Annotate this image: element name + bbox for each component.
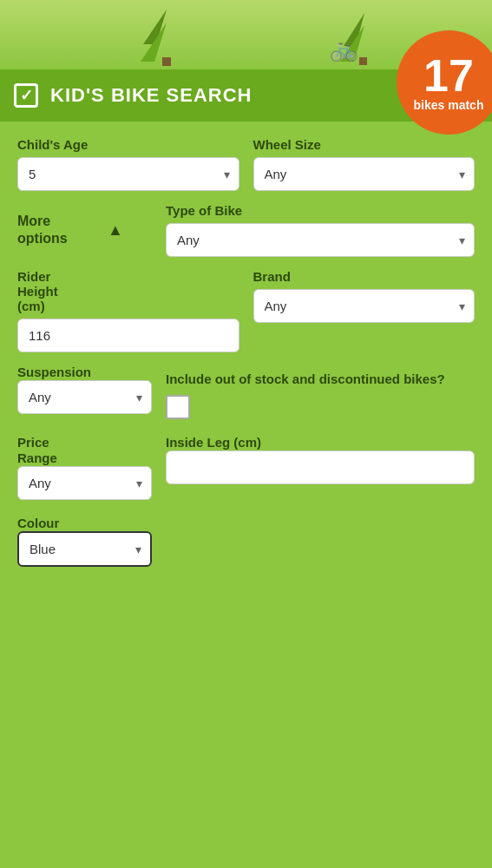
type-of-bike-field: Type of Bike Any Mountain BikeBMX ▾ bbox=[166, 203, 475, 257]
price-range-field: PriceRange Any Under £100£100-£200 ▾ bbox=[17, 435, 152, 500]
search-form: Child's Age 5 3467 ▾ Wheel Size Any 12"1… bbox=[0, 122, 492, 593]
colour-select-wrapper[interactable]: Blue AnyRedGreen PinkWhiteBlack ▾ bbox=[17, 531, 152, 567]
bike-icon: 🚲 bbox=[330, 36, 358, 62]
page-header: KID'S BIKE SEARCH 17 bikes match bbox=[0, 69, 492, 122]
page-title: KID'S BIKE SEARCH bbox=[50, 84, 252, 107]
riderheight-brand-row: RiderHeight(cm) Brand Any ApolloFrogIsla… bbox=[17, 269, 475, 352]
wheel-size-select-wrapper[interactable]: Any 12"14"16" ▾ bbox=[253, 157, 476, 191]
brand-select[interactable]: Any ApolloFrogIslabikes bbox=[254, 290, 475, 322]
rider-height-label: RiderHeight(cm) bbox=[17, 269, 239, 313]
childs-age-label: Child's Age bbox=[17, 137, 239, 152]
colour-label: Colour bbox=[17, 516, 59, 530]
suspension-select[interactable]: Any NoneFrontFull bbox=[18, 381, 151, 413]
svg-rect-5 bbox=[359, 57, 367, 65]
suspension-outofstock-row: Suspension Any NoneFrontFull ▾ Include o… bbox=[17, 365, 475, 419]
inside-leg-label: Inside Leg (cm) bbox=[166, 435, 261, 450]
out-of-stock-text: Include out of stock and discontinued bi… bbox=[166, 370, 445, 388]
inside-leg-field: Inside Leg (cm) bbox=[166, 435, 475, 484]
svg-rect-2 bbox=[162, 57, 171, 66]
childs-age-select-wrapper[interactable]: 5 3467 ▾ bbox=[17, 157, 239, 191]
bikes-match-badge: 17 bikes match bbox=[397, 30, 492, 135]
out-of-stock-checkbox[interactable] bbox=[166, 395, 190, 419]
price-range-select[interactable]: Any Under £100£100-£200 bbox=[18, 467, 151, 499]
svg-marker-1 bbox=[141, 23, 167, 62]
brand-field: Brand Any ApolloFrogIslabikes ▾ bbox=[253, 269, 476, 323]
suspension-select-wrapper[interactable]: Any NoneFrontFull ▾ bbox=[17, 380, 152, 414]
wheel-size-field: Wheel Size Any 12"14"16" ▾ bbox=[253, 137, 476, 191]
type-of-bike-select-wrapper[interactable]: Any Mountain BikeBMX ▾ bbox=[166, 223, 475, 257]
type-of-bike-select[interactable]: Any Mountain BikeBMX bbox=[167, 224, 474, 256]
tree-left-icon bbox=[139, 5, 195, 69]
wheel-size-label: Wheel Size bbox=[253, 137, 476, 152]
price-insideleg-row: PriceRange Any Under £100£100-£200 ▾ Ins… bbox=[17, 435, 475, 500]
more-options-row: Moreoptions ▲ Type of Bike Any Mountain … bbox=[17, 203, 475, 257]
badge-number: 17 bbox=[423, 53, 474, 98]
badge-text: bikes match bbox=[414, 98, 484, 112]
suspension-field: Suspension Any NoneFrontFull ▾ bbox=[17, 365, 152, 414]
out-of-stock-field: Include out of stock and discontinued bi… bbox=[166, 365, 475, 419]
type-of-bike-label: Type of Bike bbox=[166, 203, 475, 218]
rider-height-field: RiderHeight(cm) bbox=[17, 269, 239, 352]
colour-row: Colour Blue AnyRedGreen PinkWhiteBlack ▾ bbox=[17, 516, 475, 567]
more-options-label: Moreoptions bbox=[17, 213, 104, 247]
price-range-select-wrapper[interactable]: Any Under £100£100-£200 ▾ bbox=[17, 466, 152, 500]
age-wheelsize-row: Child's Age 5 3467 ▾ Wheel Size Any 12"1… bbox=[17, 137, 475, 191]
more-options-chevron-up-icon: ▲ bbox=[108, 221, 123, 240]
colour-select[interactable]: Blue AnyRedGreen PinkWhiteBlack bbox=[19, 533, 150, 565]
more-options-toggle[interactable]: Moreoptions ▲ bbox=[17, 213, 152, 247]
childs-age-field: Child's Age 5 3467 ▾ bbox=[17, 137, 239, 191]
wheel-size-select[interactable]: Any 12"14"16" bbox=[254, 158, 475, 190]
brand-label: Brand bbox=[253, 269, 476, 284]
childs-age-select[interactable]: 5 3467 bbox=[18, 158, 239, 190]
price-range-label: PriceRange bbox=[17, 435, 57, 465]
svg-marker-0 bbox=[143, 10, 167, 44]
rider-height-input[interactable] bbox=[17, 319, 239, 352]
suspension-label: Suspension bbox=[17, 365, 91, 379]
inside-leg-input[interactable] bbox=[166, 450, 475, 484]
header-checkbox-icon bbox=[14, 83, 38, 108]
out-of-stock-label: Include out of stock and discontinued bi… bbox=[166, 370, 475, 419]
brand-select-wrapper[interactable]: Any ApolloFrogIslabikes ▾ bbox=[253, 289, 476, 323]
